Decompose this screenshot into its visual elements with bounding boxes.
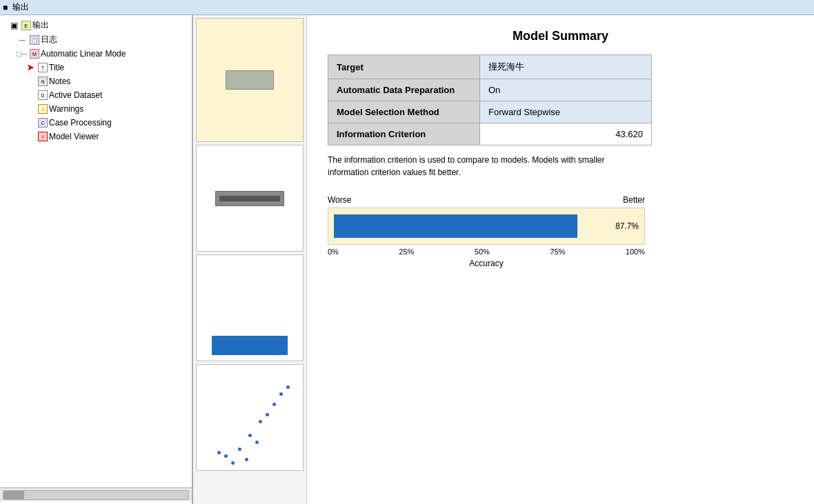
- worse-label: Worse: [328, 195, 351, 205]
- sidebar-item-log[interactable]: ─ 📋 日志: [0, 32, 192, 47]
- accuracy-percent-label: 87.7%: [615, 221, 639, 231]
- table-value-ic: 43.620: [480, 123, 652, 145]
- scatter-dot: [248, 434, 252, 437]
- thumbnail-4[interactable]: [196, 364, 304, 471]
- sidebar-item-viewer[interactable]: V Model Viewer: [0, 130, 192, 143]
- sidebar: ▣ E 输出 ─ 📋 日志 □─ M Automatic Linear Mode…: [0, 15, 193, 504]
- table-row-ic: Information Criterion 43.620: [328, 123, 652, 145]
- log-icon: 📋: [30, 35, 39, 45]
- sidebar-scrollbar-thumb[interactable]: [3, 491, 24, 499]
- notes-spacer: [25, 76, 36, 87]
- output-icon: E: [21, 21, 31, 30]
- notes-icon: N: [38, 77, 48, 86]
- dataset-icon: D: [38, 90, 48, 100]
- warn-spacer: [25, 103, 36, 114]
- scatter-dot: [224, 454, 228, 458]
- sidebar-item-warnings[interactable]: ⚠ Warnings: [0, 102, 192, 116]
- accuracy-chart: 87.7%: [328, 208, 645, 245]
- sidebar-item-case[interactable]: C Case Processing: [0, 116, 192, 130]
- thumbnail-panel: [193, 15, 307, 504]
- content-area: Model Summary Target 撞死海牛 Automatic Data…: [193, 15, 814, 504]
- table-label-ic: Information Criterion: [328, 123, 480, 145]
- thumbnail-1[interactable]: [196, 18, 304, 142]
- case-icon: C: [38, 118, 48, 128]
- scatter-dot: [245, 458, 248, 461]
- doc-area: Model Summary Target 撞死海牛 Automatic Data…: [307, 15, 814, 504]
- log-expand-icon: ─: [17, 34, 28, 46]
- scatter-dot: [286, 385, 290, 389]
- accuracy-labels-row: Worse Better: [328, 195, 645, 205]
- expand-icon: ▣: [8, 20, 19, 31]
- table-row-target: Target 撞死海牛: [328, 55, 652, 79]
- warn-icon: ⚠: [38, 104, 48, 114]
- table-label-adp: Automatic Data Preparation: [328, 79, 480, 101]
- scatter-dot: [238, 447, 241, 451]
- scatter-dot: [217, 451, 221, 454]
- axis-25: 25%: [399, 248, 414, 256]
- table-label-msm: Model Selection Method: [328, 101, 480, 123]
- sidebar-item-case-label: Case Processing: [49, 118, 112, 128]
- sidebar-item-dataset[interactable]: D Active Dataset: [0, 88, 192, 102]
- sidebar-scrollbar-area[interactable]: [0, 487, 192, 501]
- sidebar-item-output[interactable]: ▣ E 输出: [0, 18, 192, 32]
- better-label: Better: [623, 195, 645, 205]
- axis-50: 50%: [475, 248, 490, 256]
- accuracy-bar-fill: [334, 214, 577, 238]
- accuracy-section: Worse Better 87.7% 0% 25% 50% 75%: [328, 195, 645, 268]
- viewer-spacer: [25, 131, 36, 142]
- sidebar-item-warnings-label: Warnings: [49, 104, 83, 114]
- thumbnail-2[interactable]: [196, 145, 304, 252]
- accuracy-axis: 0% 25% 50% 75% 100%: [328, 248, 645, 256]
- scatter-dot: [266, 413, 269, 416]
- top-bar-title: 输出: [12, 1, 29, 13]
- model-summary-title: Model Summary: [328, 29, 793, 43]
- sidebar-item-alm[interactable]: □─ M Automatic Linear Mode: [0, 47, 192, 61]
- summary-table: Target 撞死海牛 Automatic Data Preparation O…: [328, 54, 652, 145]
- title-arrow-icon: ➤: [25, 62, 36, 73]
- sidebar-item-notes-label: Notes: [49, 77, 70, 86]
- accuracy-bar-row: 87.7%: [334, 214, 639, 239]
- scatter-dot: [279, 392, 283, 396]
- table-value-msm: Forward Stepwise: [480, 101, 652, 123]
- axis-100: 100%: [626, 248, 645, 256]
- sidebar-item-output-label: 输出: [32, 19, 49, 31]
- thumb-2-content: [215, 191, 284, 206]
- sidebar-item-alm-label: Automatic Linear Mode: [41, 49, 126, 59]
- case-spacer: [25, 117, 36, 128]
- sidebar-item-log-label: 日志: [41, 34, 57, 46]
- alm-expand-icon: □─: [17, 48, 28, 59]
- table-row-adp: Automatic Data Preparation On: [328, 79, 652, 101]
- sidebar-item-title-label: Title: [49, 63, 64, 72]
- table-row-msm: Model Selection Method Forward Stepwise: [328, 101, 652, 123]
- thumb-3-bar: [212, 336, 288, 355]
- sidebar-item-title[interactable]: ➤ T Title: [0, 61, 192, 74]
- sidebar-item-viewer-label: Model Viewer: [49, 132, 99, 141]
- top-bar-label: ■: [3, 3, 12, 12]
- axis-75: 75%: [550, 248, 565, 256]
- sidebar-item-dataset-label: Active Dataset: [49, 90, 102, 100]
- scatter-dot: [259, 420, 262, 423]
- alm-icon: M: [30, 49, 39, 59]
- sidebar-scrollbar[interactable]: [3, 490, 189, 500]
- title-icon: T: [38, 63, 48, 72]
- sidebar-item-notes[interactable]: N Notes: [0, 74, 192, 88]
- dataset-spacer: [25, 90, 36, 101]
- table-value-adp: On: [480, 79, 652, 101]
- info-footnote: The information criterion is used to com…: [328, 154, 617, 179]
- table-value-target: 撞死海牛: [480, 55, 652, 79]
- thumbnail-3[interactable]: [196, 254, 304, 361]
- scatter-dot: [272, 403, 276, 406]
- main-area: ▣ E 输出 ─ 📋 日志 □─ M Automatic Linear Mode…: [0, 15, 814, 504]
- accuracy-caption: Accuracy: [328, 259, 645, 268]
- viewer-icon: V: [38, 132, 48, 141]
- thumb-1-content: [226, 70, 274, 90]
- thumb-2-bar: [219, 196, 280, 201]
- table-label-target: Target: [328, 55, 480, 79]
- top-bar: ■ 输出: [0, 0, 814, 15]
- scatter-dot: [231, 461, 235, 465]
- accuracy-bar-bg: [334, 214, 611, 238]
- scatter-dot: [255, 441, 259, 444]
- axis-0: 0%: [328, 248, 339, 256]
